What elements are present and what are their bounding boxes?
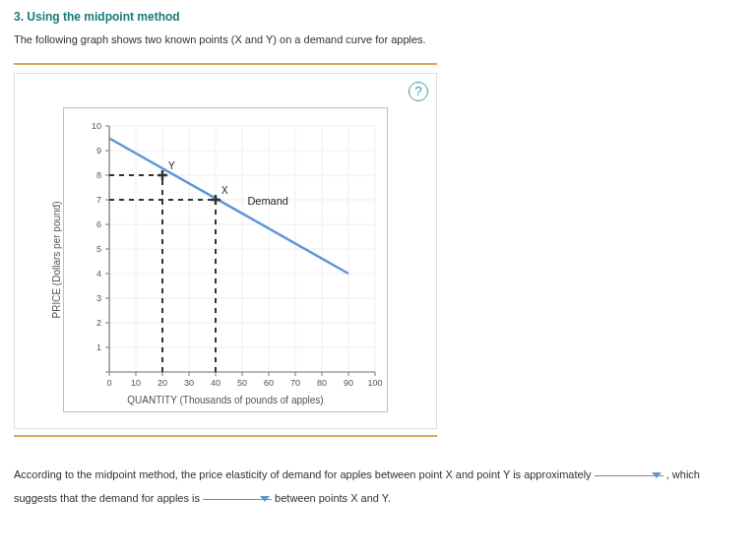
caret-down-icon: [260, 496, 270, 502]
question-intro: The following graph shows two known poin…: [14, 33, 742, 45]
q-text-4: between points X and Y.: [275, 492, 391, 504]
chart-card: ? PRICE (Dollars per pound) 010203040506…: [14, 73, 437, 429]
svg-text:0: 0: [106, 378, 111, 388]
plot-area: PRICE (Dollars per pound) 01020304050607…: [63, 107, 388, 412]
svg-text:90: 90: [344, 378, 353, 388]
svg-text:3: 3: [96, 293, 101, 303]
help-icon[interactable]: ?: [409, 82, 428, 101]
svg-text:6: 6: [96, 219, 101, 229]
caret-down-icon: [652, 472, 662, 478]
svg-text:10: 10: [131, 378, 141, 388]
svg-text:40: 40: [211, 378, 220, 388]
svg-text:X: X: [221, 185, 228, 196]
divider-bottom: [14, 435, 437, 437]
svg-text:2: 2: [96, 318, 101, 328]
svg-text:9: 9: [96, 146, 101, 155]
svg-text:8: 8: [96, 170, 101, 180]
svg-text:70: 70: [290, 378, 300, 388]
svg-text:30: 30: [184, 378, 194, 388]
svg-text:Y: Y: [168, 160, 175, 171]
svg-text:60: 60: [264, 378, 274, 388]
question-title: 3. Using the midpoint method: [14, 10, 742, 24]
q-text-3: the demand for apples is: [82, 492, 200, 504]
svg-text:5: 5: [96, 244, 101, 254]
svg-text:Demand: Demand: [247, 195, 288, 207]
svg-text:7: 7: [96, 195, 101, 205]
svg-text:80: 80: [317, 378, 327, 388]
y-axis-label: PRICE (Dollars per pound): [51, 202, 62, 319]
svg-text:4: 4: [96, 269, 101, 279]
question-paragraph: According to the midpoint method, the pr…: [14, 463, 742, 510]
q-text-1: According to the midpoint method, the pr…: [14, 468, 592, 480]
svg-text:20: 20: [158, 378, 167, 388]
elasticity-type-dropdown[interactable]: [203, 486, 272, 500]
demand-chart: 010203040506070809010012345678910YXDeman…: [64, 108, 389, 413]
svg-text:100: 100: [367, 378, 382, 388]
x-axis-label: QUANTITY (Thousands of pounds of apples): [64, 395, 387, 405]
svg-text:10: 10: [92, 121, 101, 131]
svg-line-67: [109, 139, 348, 275]
svg-text:50: 50: [237, 378, 247, 388]
divider-top: [14, 63, 437, 65]
elasticity-value-dropdown[interactable]: [595, 463, 663, 476]
svg-text:1: 1: [96, 342, 101, 352]
